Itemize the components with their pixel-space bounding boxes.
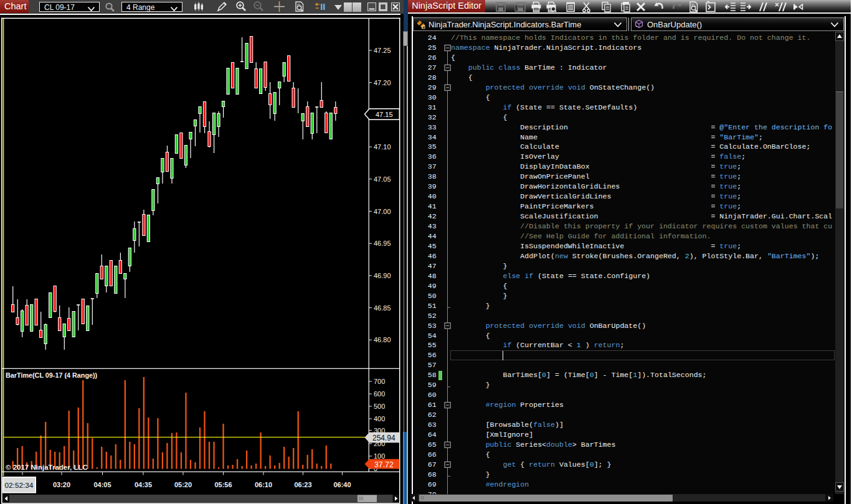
svg-text:600: 600 xyxy=(374,390,385,398)
svg-text:06:40: 06:40 xyxy=(333,481,351,488)
svg-text:06:10: 06:10 xyxy=(255,481,272,488)
svg-text:254.94: 254.94 xyxy=(372,434,395,442)
svg-text:37.72: 37.72 xyxy=(374,460,394,469)
svg-text:47.25: 47.25 xyxy=(374,47,391,54)
svg-text:© 2017 NinjaTrader, LLC: © 2017 NinjaTrader, LLC xyxy=(6,464,88,471)
svg-text:47.05: 47.05 xyxy=(374,175,391,183)
svg-text:400: 400 xyxy=(374,415,385,422)
svg-text:700: 700 xyxy=(374,378,385,385)
svg-text:46.85: 46.85 xyxy=(374,304,391,312)
svg-text:05:20: 05:20 xyxy=(174,481,192,488)
svg-text:46.80: 46.80 xyxy=(374,336,391,343)
svg-text:47.00: 47.00 xyxy=(374,208,391,215)
svg-text:46.95: 46.95 xyxy=(374,240,391,247)
svg-text:02:52:34: 02:52:34 xyxy=(5,481,34,490)
svg-text:47.15: 47.15 xyxy=(376,111,393,118)
svg-text:47.10: 47.10 xyxy=(374,143,391,151)
svg-text:05:56: 05:56 xyxy=(214,481,232,488)
svg-text:04:35: 04:35 xyxy=(135,481,152,488)
svg-text:06:23: 06:23 xyxy=(294,481,311,488)
svg-text:47.20: 47.20 xyxy=(374,79,391,86)
svg-text:04:05: 04:05 xyxy=(93,481,111,488)
svg-text:BarTime(CL 09-17 (4 Range)): BarTime(CL 09-17 (4 Range)) xyxy=(6,371,98,379)
svg-text:46.90: 46.90 xyxy=(374,272,391,279)
svg-text:03:20: 03:20 xyxy=(53,481,70,488)
svg-text:500: 500 xyxy=(374,403,385,410)
svg-text:100: 100 xyxy=(374,452,385,460)
